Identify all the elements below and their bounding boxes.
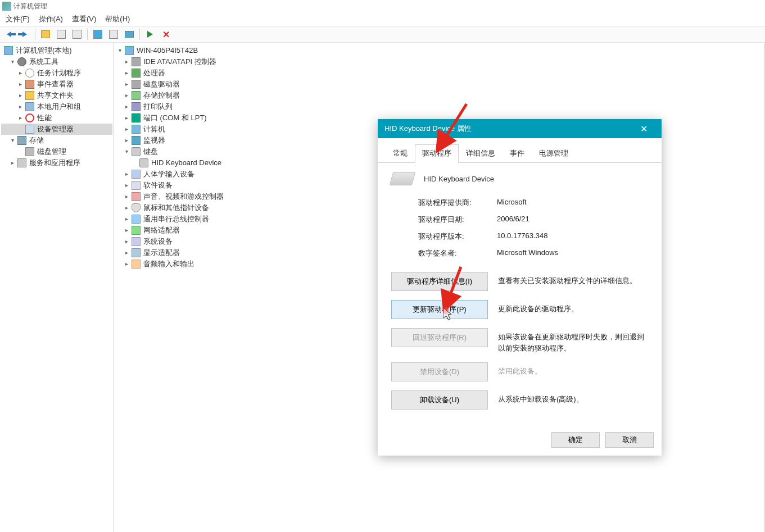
expand-icon[interactable]: ▸ (123, 56, 130, 67)
expand-icon[interactable]: ▸ (123, 101, 130, 112)
expand-icon[interactable]: ▸ (123, 180, 130, 191)
expand-icon[interactable]: ▾ (9, 135, 16, 146)
expand-icon[interactable]: ▸ (17, 112, 24, 124)
dev-computer[interactable]: ▾ WIN-405P4I5T42B (115, 45, 763, 56)
tree-label: 设备管理器 (36, 124, 75, 135)
expand-icon[interactable]: ▸ (123, 202, 130, 213)
book-icon (25, 80, 34, 89)
expand-icon[interactable]: ▸ (123, 225, 130, 236)
folder-icon (25, 91, 34, 100)
tab-details[interactable]: 详细信息 (459, 144, 503, 163)
toolbar: ✕ (0, 26, 765, 43)
menu-action[interactable]: 操作(A) (34, 13, 67, 25)
tree-label: 人体学输入设备 (142, 169, 196, 180)
tree-label: 监视器 (142, 135, 166, 146)
dev-disk[interactable]: ▸磁盘驱动器 (115, 79, 763, 90)
expand-icon[interactable]: ▸ (123, 258, 130, 270)
driver-details-button[interactable]: 驱动程序详细信息(I) (391, 272, 488, 291)
expand-icon[interactable]: ▸ (17, 90, 24, 101)
tb-btn-help[interactable] (91, 28, 105, 41)
display-icon (132, 248, 141, 257)
disable-device-desc: 禁用此设备。 (498, 362, 648, 377)
menu-file[interactable]: 文件(F) (1, 13, 34, 25)
expand-icon[interactable]: ▸ (17, 79, 24, 90)
menu-view[interactable]: 查看(V) (67, 13, 101, 25)
expand-icon[interactable]: ▾ (116, 45, 123, 56)
expand-icon[interactable]: ▸ (17, 67, 24, 79)
update-driver-desc: 更新此设备的驱动程序。 (498, 300, 648, 315)
tb-btn-monitor[interactable] (123, 28, 136, 41)
dialog-close-button[interactable]: ✕ (632, 119, 655, 138)
tree-shared-folders[interactable]: ▸ 共享文件夹 (1, 90, 112, 101)
tree-label: HID Keyboard Device (150, 157, 223, 169)
expand-icon[interactable]: ▸ (123, 191, 130, 202)
tb-btn-1[interactable] (39, 28, 52, 41)
printer-icon (132, 102, 141, 111)
tab-general[interactable]: 常规 (386, 144, 415, 163)
uninstall-device-button[interactable]: 卸载设备(U) (391, 390, 488, 410)
cancel-button[interactable]: 取消 (605, 432, 654, 448)
generic-icon (109, 30, 118, 39)
expand-icon[interactable]: ▸ (123, 90, 130, 101)
tree-label: 计算机 (142, 124, 166, 135)
arrow-left-icon (7, 31, 11, 37)
tab-driver[interactable]: 驱动程序 (415, 144, 459, 163)
tree-label: 本地用户和组 (36, 101, 82, 112)
update-driver-button[interactable]: 更新驱动程序(P) (391, 300, 488, 319)
toolbar-separator (87, 29, 88, 40)
tree-label: 系统工具 (28, 56, 60, 67)
dialog-titlebar[interactable]: HID Keyboard Device 属性 ✕ (378, 119, 662, 138)
tb-btn-4[interactable] (107, 28, 120, 41)
expand-icon[interactable]: ▸ (123, 236, 130, 247)
driver-actions: 驱动程序详细信息(I) 查看有关已安装驱动程序文件的详细信息。 更新驱动程序(P… (391, 272, 648, 410)
expand-icon[interactable]: ▸ (123, 213, 130, 225)
tree-label: 处理器 (142, 67, 166, 79)
tree-performance[interactable]: ▸ 性能 (1, 112, 112, 124)
device-manager-icon (25, 125, 34, 134)
nav-back-button[interactable] (2, 28, 16, 41)
tree-disk-mgmt[interactable]: 磁盘管理 (1, 146, 112, 157)
signer-value: Microsoft Windows (497, 248, 558, 258)
tree-services[interactable]: ▸ 服务和应用程序 (1, 157, 112, 169)
nav-forward-button[interactable] (18, 28, 31, 41)
expand-icon[interactable]: ▸ (123, 67, 130, 79)
tb-btn-delete[interactable]: ✕ (159, 28, 173, 41)
expand-icon[interactable]: ▸ (9, 157, 16, 169)
tree-storage[interactable]: ▾ 存储 (1, 135, 112, 146)
services-icon (17, 158, 26, 167)
expand-icon[interactable]: ▸ (123, 124, 130, 135)
tab-power[interactable]: 电源管理 (532, 144, 576, 163)
menu-help[interactable]: 帮助(H) (101, 13, 134, 25)
tab-events[interactable]: 事件 (503, 144, 532, 163)
tb-btn-play[interactable] (143, 28, 157, 41)
dev-printq[interactable]: ▸打印队列 (115, 101, 763, 112)
mouse-icon (132, 203, 141, 212)
tree-event-viewer[interactable]: ▸ 事件查看器 (1, 79, 112, 90)
audio-io-icon (132, 260, 141, 269)
expand-icon[interactable]: ▸ (123, 169, 130, 180)
tb-btn-2[interactable] (55, 28, 68, 41)
tree-label: 共享文件夹 (36, 90, 75, 101)
list-icon (73, 30, 82, 39)
tree-system-tools[interactable]: ▾ 系统工具 (1, 56, 112, 67)
expand-icon[interactable]: ▸ (123, 135, 130, 146)
dev-cpu[interactable]: ▸处理器 (115, 67, 763, 79)
properties-dialog: HID Keyboard Device 属性 ✕ 常规 驱动程序 详细信息 事件… (378, 119, 662, 456)
expand-icon[interactable]: ▸ (17, 101, 24, 112)
tree-task-scheduler[interactable]: ▸ 任务计划程序 (1, 67, 112, 79)
expand-icon[interactable]: ▾ (123, 146, 130, 157)
expand-icon[interactable]: ▸ (123, 112, 130, 124)
expand-icon[interactable]: ▸ (123, 79, 130, 90)
tree-local-users[interactable]: ▸ 本地用户和组 (1, 101, 112, 112)
tb-btn-3[interactable] (70, 28, 84, 41)
tree-root[interactable]: 计算机管理(本地) (1, 45, 112, 56)
cpu-icon (132, 69, 141, 78)
ok-button[interactable]: 确定 (551, 432, 600, 448)
help-icon (93, 30, 102, 39)
play-icon (147, 31, 153, 38)
dev-ide[interactable]: ▸IDE ATA/ATAPI 控制器 (115, 56, 763, 67)
tree-device-manager[interactable]: 设备管理器 (1, 124, 112, 135)
dev-storage-ctrl[interactable]: ▸存储控制器 (115, 90, 763, 101)
expand-icon[interactable]: ▾ (9, 56, 16, 67)
expand-icon[interactable]: ▸ (123, 247, 130, 258)
